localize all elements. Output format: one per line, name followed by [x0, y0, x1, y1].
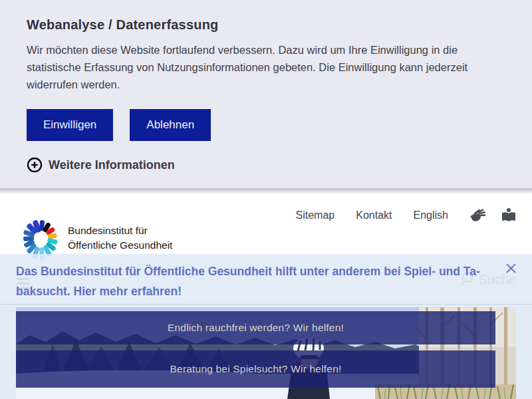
meta-navigation: Sitemap Kontakt English [296, 207, 517, 223]
institute-name-line2: Öffentliche Gesundheit [68, 238, 172, 253]
hero-carousel: Endlich rauchfrei werden? Wir helfen! Be… [16, 307, 516, 399]
hero-link-spielsucht-label: Beratung bei Spielsucht? Wir helfen! [170, 363, 342, 375]
nav-link-sitemap[interactable]: Sitemap [296, 209, 335, 221]
cookie-consent-dialog: Webanalyse / Datenerfassung Wir möchten … [0, 0, 532, 188]
institute-name: Bundesinstitut für Öffentliche Gesundhei… [68, 223, 172, 253]
notification-link[interactable]: Das Bundesinstitut für Öffentliche Gesun… [16, 261, 480, 301]
hero-link-rauchfrei-label: Endlich rauchfrei werden? Wir helfen! [168, 322, 344, 334]
easy-language-icon[interactable] [501, 207, 517, 223]
institute-name-line1: Bundesinstitut für [68, 223, 172, 238]
notification-line2: baksucht. Hier mehr erfahren! [16, 281, 480, 301]
notification-line1: Das Bundesinstitut für Öffentliche Gesun… [16, 261, 480, 281]
hero-link-spielsucht[interactable]: Beratung bei Spielsucht? Wir helfen! [16, 350, 495, 388]
consent-decline-button[interactable]: Ablehnen [130, 109, 211, 141]
cookie-dialog-text: Wir möchten diese Website fortlaufend ve… [27, 41, 505, 93]
notification-banner: Das Bundesinstitut für Öffentliche Gesun… [0, 254, 532, 305]
close-icon[interactable] [505, 263, 517, 277]
hero-link-rauchfrei[interactable]: Endlich rauchfrei werden? Wir helfen! [16, 311, 495, 344]
nav-link-english[interactable]: English [414, 209, 448, 221]
nav-link-kontakt[interactable]: Kontakt [356, 209, 392, 221]
consent-accept-button[interactable]: Einwilligen [27, 109, 113, 141]
more-information-link[interactable]: Weitere Informationen [27, 157, 505, 173]
cookie-dialog-title: Webanalyse / Datenerfassung [27, 17, 505, 33]
more-information-label: Weitere Informationen [49, 158, 175, 172]
sign-language-icon[interactable] [469, 208, 485, 223]
dialog-bottom-shadow [0, 188, 532, 194]
plus-circle-icon [27, 157, 43, 173]
